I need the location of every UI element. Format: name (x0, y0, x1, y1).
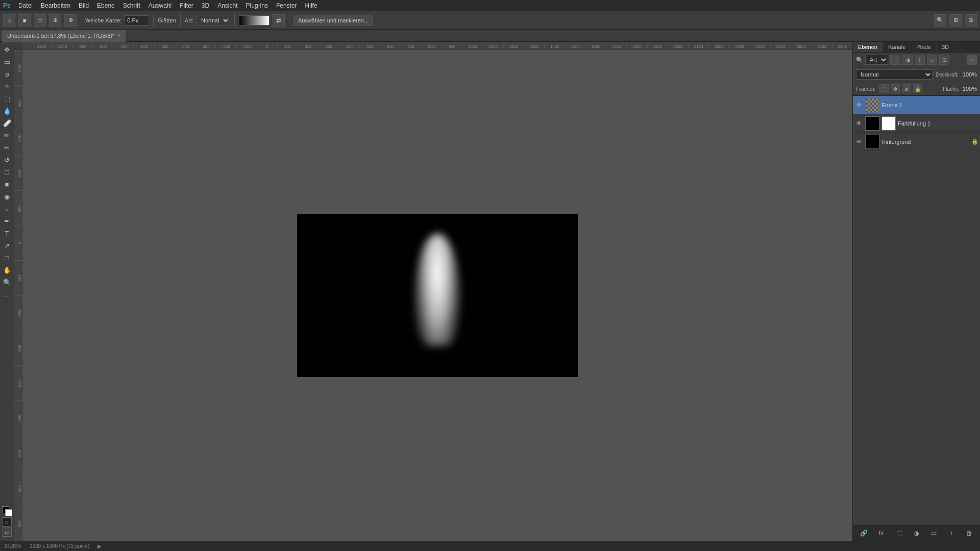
lock-pixels-btn[interactable]: ⬚ (879, 84, 889, 93)
arrow-btn[interactable]: ▶ (97, 543, 102, 549)
menu-item-3d[interactable]: 3D (198, 1, 213, 10)
layer-visibility-toggle[interactable]: 👁 (855, 119, 863, 128)
opacity-value[interactable]: 100% (962, 71, 977, 78)
canvas-container[interactable] (22, 50, 852, 541)
layer-fx-btn[interactable]: fx (876, 528, 887, 539)
blur-tool[interactable]: ◉ (2, 191, 13, 202)
layer-new-btn[interactable]: + (946, 528, 957, 539)
gradient-preview[interactable] (239, 15, 270, 26)
lock-all-btn[interactable]: 🔒 (913, 84, 922, 93)
type-tool[interactable]: T (2, 228, 13, 239)
opacity-label: Deckkraft: (936, 72, 959, 78)
menu-item-hilfe[interactable]: Hilfe (301, 1, 322, 10)
light-effect (414, 234, 460, 346)
ruler-h-tick: 700 (401, 44, 421, 49)
tool-option-1[interactable]: ■ (18, 14, 31, 27)
ruler-v-tick: 800 (14, 506, 22, 541)
menu-item-bearbeiten[interactable]: Bearbeiten (37, 1, 75, 10)
clone-stamp-tool[interactable]: ✂ (2, 142, 13, 153)
zoom-tool[interactable]: 🔍 (2, 277, 13, 288)
fill-label: Fläche: (943, 86, 960, 92)
search-icon-btn[interactable]: 🔍 (934, 14, 946, 27)
background-color[interactable] (5, 509, 12, 516)
menu-item-plug-ins[interactable]: Plug-ins (242, 1, 272, 10)
quick-mask-btn[interactable]: ⊙ (3, 517, 12, 527)
ruler-h-tick: 2100 (688, 44, 708, 49)
layer-row[interactable]: 👁 Ebene 1 (853, 96, 980, 114)
pen-tool[interactable]: ✒ (2, 215, 13, 227)
layer-filter-shape[interactable]: □ (927, 55, 937, 65)
move-tool[interactable]: ✥ (2, 44, 13, 55)
ruler-h-tick: 100 (277, 44, 298, 49)
menu-item-filter[interactable]: Filter (176, 1, 198, 10)
fill-value[interactable]: 100% (962, 86, 977, 92)
tab-pfade[interactable]: Pfade (911, 42, 937, 52)
tool-option-4[interactable]: ⊗ (64, 14, 77, 27)
crop-tool[interactable]: ⬚ (2, 93, 13, 104)
home-button[interactable]: ⌂ (3, 14, 15, 27)
layer-filter-smart[interactable]: ⊡ (939, 55, 949, 65)
ruler-h-tick: 200 (298, 44, 318, 49)
menu-item-schrift[interactable]: Schrift (119, 1, 144, 10)
shape-tool[interactable]: □ (2, 252, 13, 263)
layer-link-btn[interactable]: 🔗 (858, 528, 869, 539)
ruler-h-tick: 2500 (770, 44, 791, 49)
layer-row[interactable]: 👁 Hintergrund 🔒 (853, 133, 980, 151)
menu-item-auswahl[interactable]: Auswahl (144, 1, 176, 10)
layer-group-btn[interactable]: ▭ (928, 528, 940, 539)
lock-artboard-btn[interactable]: ⌀ (902, 84, 911, 93)
arrange-btn[interactable]: ⧉ (965, 14, 977, 27)
menu-item-ebene[interactable]: Ebene (93, 1, 119, 10)
selection-tool[interactable]: ▭ (2, 56, 13, 67)
main-toolbar: ⌂ ■ ▭ ⊕ ⊗ Weiche Kante: Glätten Art: Nor… (0, 11, 980, 30)
magic-wand-tool[interactable]: ✧ (2, 81, 13, 92)
brush-tool[interactable]: ✏ (2, 130, 13, 141)
layer-filter-pixel[interactable]: ⬚ (890, 55, 900, 65)
active-tab[interactable]: Unbenannt-1 bei 37,8% (Ebene 1, RGB/8)* … (2, 30, 126, 42)
layer-filter-type[interactable]: T (915, 55, 925, 65)
canvas-image (297, 214, 578, 377)
eyedropper-tool[interactable]: 💧 (2, 105, 13, 116)
layer-name: Ebene 1 (881, 102, 978, 108)
tab-kanaele[interactable]: Kanäle (883, 42, 911, 52)
style-select[interactable]: Normal (197, 15, 230, 26)
tab-ebenen[interactable]: Ebenen (853, 42, 883, 52)
lock-move-btn[interactable]: ✥ (891, 84, 900, 93)
layer-visibility-toggle[interactable]: 👁 (855, 138, 863, 146)
healing-brush-tool[interactable]: 🩹 (2, 117, 13, 129)
layers-list: 👁 Ebene 1 👁 Farbfüllung 1 👁 Hintergrund (853, 96, 980, 525)
menu-item-ansicht[interactable]: Ansicht (213, 1, 241, 10)
tab-3d[interactable]: 3D (937, 42, 954, 52)
path-selection-tool[interactable]: ↗ (2, 240, 13, 251)
layer-filter-adjust[interactable]: ◑ (902, 55, 913, 65)
layer-kind-select[interactable]: Art (865, 55, 888, 65)
screen-mode-btn[interactable]: ▭ (3, 528, 12, 537)
tool-option-2[interactable]: ▭ (34, 14, 46, 27)
layer-row[interactable]: 👁 Farbfüllung 1 (853, 114, 980, 133)
select-mask-button[interactable]: Auswählen und maskieren... (293, 15, 373, 26)
menu-item-datei[interactable]: Datei (14, 1, 37, 10)
layer-filter-toggle[interactable]: ○ (967, 55, 977, 65)
extra-tools[interactable]: … (2, 289, 13, 300)
menu-item-fenster[interactable]: Fenster (272, 1, 301, 10)
svg-text:Ps: Ps (3, 2, 11, 9)
tab-close-button[interactable]: × (117, 33, 120, 38)
menu-item-bild[interactable]: Bild (75, 1, 93, 10)
toolbar-sep-2 (153, 14, 154, 27)
ruler-h-tick: -500 (154, 44, 175, 49)
workspace-btn[interactable]: ⊞ (949, 14, 962, 27)
lasso-tool[interactable]: ⌀ (2, 68, 13, 80)
layer-visibility-toggle[interactable]: 👁 (855, 101, 863, 109)
eraser-tool[interactable]: ◻ (2, 166, 13, 178)
tool-option-3[interactable]: ⊕ (49, 14, 61, 27)
blend-mode-select[interactable]: Normal (856, 69, 933, 80)
dodge-tool[interactable]: ○ (2, 203, 13, 214)
soft-edge-input[interactable] (125, 15, 149, 26)
gradient-reverse-btn[interactable]: ⇄ (273, 14, 285, 27)
layer-mask-btn[interactable]: ⬚ (893, 528, 904, 539)
hand-tool[interactable]: ✋ (2, 264, 13, 276)
gradient-tool[interactable]: ■ (2, 179, 13, 190)
layer-delete-btn[interactable]: 🗑 (964, 528, 975, 539)
layer-adjust-btn[interactable]: ◑ (911, 528, 922, 539)
history-brush-tool[interactable]: ↺ (2, 154, 13, 165)
